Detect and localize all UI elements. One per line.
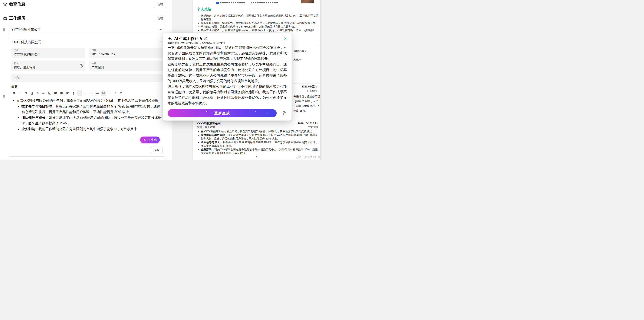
heading2-button[interactable]: H2 [59,90,64,96]
add-project-button[interactable]: 新增 [154,159,166,160]
company-value: XXXX科技有限公司 [14,53,83,57]
job-bullet: 技术领导与项目管理：带头设计并实施了公司优先级最高的 5 个 Web 应用的前端… [201,133,318,140]
work-card-collapsed[interactable]: YYYY创新科技公司 ⋯ [8,25,166,34]
summary-label: 概要 [11,85,163,89]
company-label: 公司 [14,49,83,52]
text-fragment: 等核心概念 [294,50,307,53]
website-field[interactable]: 网站 [11,74,163,82]
company-field[interactable]: 公司 XXXX科技有限公司 [11,48,85,58]
job-role: 前端开发工程师 [197,125,216,129]
align-right-button[interactable] [89,90,94,96]
redo-button[interactable]: ↷ [118,90,124,96]
copy-button[interactable] [282,111,287,116]
job-bullet: 业务影响：我的工作帮助公司在竞争激烈的市场中增强了竞争力，对外项目中标率提高 2… [201,148,318,155]
modal-header: AI 生成工作经历 ✕ [163,33,292,42]
more-horizontal-icon[interactable]: ⋯ [158,28,163,32]
work-entry-row: XXXX科技有限公司 ⋮ 公司 XXXX科技有限公司 日期 2016.10–20… [3,37,166,156]
sparkle-star: ✦ [206,111,208,113]
add-work-button[interactable]: 新增 [154,15,166,22]
italic-button[interactable]: I [17,90,22,96]
save-button[interactable]: 保存 [150,146,163,154]
modal-title: AI 生成工作经历 [174,36,202,41]
section-project-title: 项目经历 [9,160,25,160]
position-value: 前端开发工程师 [14,66,83,70]
text-fragment: 了前端技术和设计、产品 [294,104,320,108]
job-date-fragment: 2021.01-至今 [302,85,317,88]
summary-editor[interactable]: 在XXXX科技有限公司的五年间，我负责了前端架构的设计和优化，其中包含了以下亮点… [11,98,163,144]
job-company: XXXX科技有限公司 [197,122,221,125]
summary-bullet: 学习能力较强，需求驱动式学习，有 Geek 精神，对创意的需求有很大兴趣和动力。 [201,25,318,29]
sparkle-dot [240,115,240,115]
contact-link-text [220,1,245,4]
regenerate-button[interactable]: 重新生成 ✦ ✦ [168,109,277,117]
align-justify-button[interactable] [95,90,100,96]
section-project: 项目经历 新增 [3,159,166,160]
profile-photo [301,0,314,4]
bullet-list-button[interactable] [107,90,112,96]
generated-paragraph: 综上所述，我在XXXX科技有限公司的工作经历不仅体现了我的技术实力和项目管理能力… [168,84,287,106]
bold-button[interactable]: B [11,90,16,96]
location-value: 广东深圳 [92,66,160,70]
work-card-title: XXXX科技有限公司 [11,40,42,45]
location-label: 位置 [92,62,160,65]
modal-generated-text: 团队协作与领导方面，我组建并领导了 一支由8名前端开发人员组成的团队。我通过定期… [163,42,292,107]
underline-button[interactable]: U [29,90,34,96]
add-education-button[interactable]: 新增 [154,1,166,8]
edit-pencil-icon[interactable] [27,17,30,20]
job-date: 2016.10-2020.12 [298,122,318,125]
info-icon[interactable] [204,37,208,40]
generated-paragraph: 业务影响方面，我的工作成果直接助力公司在激烈的市场竞争中脱颖而出。通过优化前端体… [168,61,287,84]
contact-link[interactable] [251,1,278,4]
editor-bullet: 在XXXX科技有限公司的五年间，我负责了前端架构的设计和优化，其中包含了以下亮点… [16,98,163,132]
svg-text:?: ? [80,65,82,67]
summary-section: 代码洁癖，追求简洁美观高效的代码，期望研发团队有明确的编码规范以及模块化、工程化… [197,14,318,32]
drag-handle-icon[interactable] [3,95,8,98]
contact-link[interactable] [216,1,245,4]
heading1-button[interactable]: H1 [53,90,58,96]
align-left-button[interactable] [77,90,82,96]
position-field[interactable]: 职位 前端开发工程师 ? [11,61,85,71]
section-education: 教育信息 新增 [3,1,166,8]
work-card-header: XXXX科技有限公司 ⋮ [11,40,163,45]
section-work: 工作经历 新增 [3,15,166,22]
save-row: 保存 [11,144,163,154]
section-education-title: 教育信息 [9,2,25,7]
work-entry-row: YYYY创新科技公司 ⋯ [3,25,166,34]
clipped-text-line: 团队协作与领导方面，我组建并领导了 [168,43,287,45]
strikethrough-button[interactable]: S [23,90,28,96]
align-center-button[interactable] [83,90,88,96]
paragraph-button[interactable]: ¶ [71,90,76,96]
sparkle-icon [143,138,146,141]
summary-bullet: 自我管理和审查，开发中习惯使用 Notion、到以 ToDoList 执行，不喜… [201,29,318,32]
ai-generate-button[interactable]: AI 生成 [140,136,160,143]
sparkle-dot [267,113,268,114]
close-icon[interactable]: ✕ [284,37,287,41]
website-placeholder: 网站 [14,76,20,80]
location-field[interactable]: 位置 广东深圳 [89,61,163,71]
inline-code-button[interactable]: </> [41,90,46,96]
highlight-button[interactable]: ✎ [35,90,40,96]
help-circle-icon[interactable]: ? [80,64,83,68]
undo-button[interactable]: ↶ [113,90,118,96]
drag-handle-icon[interactable] [3,28,8,31]
date-value: 2016.10–2020.12 [92,53,160,56]
briefcase-icon [3,16,7,21]
resume-editor-panel: 教育信息 新增 工作经历 新增 YYYY创新科技公司 ⋯ XXXX科技有限公司 … [0,0,172,160]
heading3-button[interactable]: H3 [65,90,70,96]
contact-links-row [216,1,278,4]
date-field[interactable]: 日期 2016.10–2020.12 [89,48,163,58]
edit-pencil-icon[interactable] [27,3,30,6]
generated-paragraph: 一支由8名前端开发人员组成的团队。我通过定期组织技术分享会和研讨会，不仅促进了团… [168,45,287,61]
link-icon [216,2,219,4]
work-fields: 公司 XXXX科技有限公司 日期 2016.10–2020.12 职位 前端开发… [11,48,163,82]
summary-section-title: 个人总结 [197,7,211,12]
more-vertical-icon[interactable]: ⋮ [159,41,163,44]
code-block-button[interactable] [47,90,52,96]
checklist-button[interactable]: ☑ [101,90,106,96]
text-fragment: 速度 15%。 [294,109,308,112]
work-card-expanded: XXXX科技有限公司 ⋮ 公司 XXXX科技有限公司 日期 2016.10–20… [8,37,166,156]
text-fragment: 均缩短了 20%，而代 [294,100,318,103]
contact-link-text [251,1,278,4]
sparkle-star: ✦ [255,111,257,113]
position-label: 职位 [14,62,83,65]
